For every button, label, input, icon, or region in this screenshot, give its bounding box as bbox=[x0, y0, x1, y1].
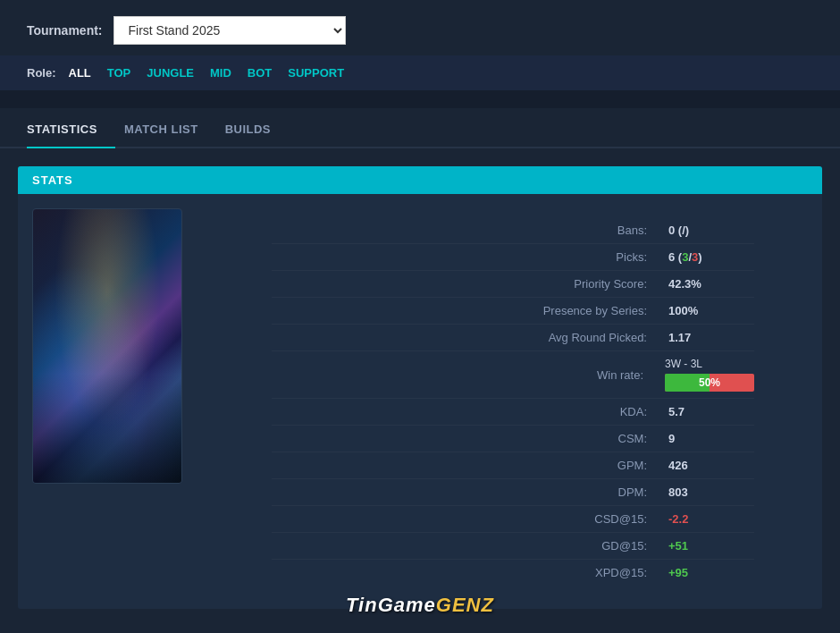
stat-row-bans: Bans: 0 (/) bbox=[272, 217, 754, 244]
stat-row-gd15: GD@15: +51 bbox=[272, 533, 754, 560]
priority-label: Priority Score: bbox=[272, 277, 647, 291]
stats-card: STATS Bans: 0 (/) Picks: 6 (3/3) bbox=[18, 166, 822, 609]
presence-label: Presence by Series: bbox=[272, 304, 647, 317]
winrate-container: 3W - 3L 50% bbox=[643, 358, 754, 392]
tournament-select[interactable]: First Stand 2025 Worlds 2024 LCK 2024 LP… bbox=[113, 16, 346, 45]
stats-table: Bans: 0 (/) Picks: 6 (3/3) Priority Scor… bbox=[200, 208, 808, 595]
top-bar: Tournament: First Stand 2025 Worlds 2024… bbox=[0, 0, 840, 55]
picks-suffix: ) bbox=[698, 250, 701, 264]
tabs-bar: STATISTICS MATCH LIST BUILDS bbox=[0, 108, 840, 148]
stat-row-avg-round: Avg Round Picked: 1.17 bbox=[272, 325, 754, 351]
kda-label: KDA: bbox=[272, 405, 647, 418]
csd15-label: CSD@15: bbox=[272, 512, 647, 526]
presence-value: 100% bbox=[647, 304, 754, 317]
role-support[interactable]: SUPPORT bbox=[288, 64, 344, 81]
priority-value: 42.3% bbox=[647, 277, 754, 291]
tab-match-list[interactable]: MATCH LIST bbox=[124, 110, 216, 148]
champion-image bbox=[32, 208, 182, 484]
role-label: Role: bbox=[27, 66, 56, 80]
tab-statistics[interactable]: STATISTICS bbox=[27, 110, 115, 148]
winrate-record: 3W - 3L bbox=[665, 358, 702, 370]
gpm-label: GPM: bbox=[272, 459, 647, 472]
stat-row-winrate: Win rate: 3W - 3L 50% bbox=[272, 351, 754, 399]
picks-label: Picks: bbox=[272, 250, 647, 264]
winrate-pct: 50% bbox=[699, 376, 720, 389]
picks-prefix: 6 ( bbox=[668, 250, 682, 264]
gd15-label: GD@15: bbox=[272, 539, 647, 553]
winrate-bar: 50% bbox=[665, 374, 754, 392]
csm-label: CSM: bbox=[272, 432, 647, 445]
role-jungle[interactable]: JUNGLE bbox=[147, 64, 194, 81]
gpm-value: 426 bbox=[647, 459, 754, 472]
xpd15-label: XPD@15: bbox=[272, 566, 647, 579]
stat-row-csd15: CSD@15: -2.2 bbox=[272, 506, 754, 533]
role-bar: Role: ALL TOP JUNGLE MID BOT SUPPORT bbox=[0, 55, 840, 90]
stats-body: Bans: 0 (/) Picks: 6 (3/3) Priority Scor… bbox=[18, 194, 822, 609]
winrate-label: Win rate: bbox=[272, 368, 643, 382]
csd15-value: -2.2 bbox=[647, 512, 754, 526]
dpm-label: DPM: bbox=[272, 485, 647, 499]
stat-row-kda: KDA: 5.7 bbox=[272, 399, 754, 426]
bans-value: 0 (/) bbox=[647, 224, 754, 237]
content-area: STATS Bans: 0 (/) Picks: 6 (3/3) bbox=[0, 148, 840, 609]
xpd15-value: +95 bbox=[647, 566, 754, 579]
role-mid[interactable]: MID bbox=[210, 64, 231, 81]
stat-row-dpm: DPM: 803 bbox=[272, 479, 754, 506]
csm-value: 9 bbox=[647, 432, 754, 445]
divider bbox=[0, 90, 840, 108]
tab-builds[interactable]: BUILDS bbox=[225, 110, 289, 148]
bans-label: Bans: bbox=[272, 224, 647, 237]
role-bot[interactable]: BOT bbox=[248, 64, 272, 81]
stat-row-csm: CSM: 9 bbox=[272, 426, 754, 452]
stat-row-xpd15: XPD@15: +95 bbox=[272, 560, 754, 586]
avg-round-value: 1.17 bbox=[647, 331, 754, 344]
avg-round-label: Avg Round Picked: bbox=[272, 331, 647, 344]
tournament-label: Tournament: bbox=[27, 23, 103, 38]
kda-value: 5.7 bbox=[647, 405, 754, 418]
role-top[interactable]: TOP bbox=[107, 64, 131, 81]
picks-value: 6 (3/3) bbox=[647, 250, 754, 264]
stat-row-gpm: GPM: 426 bbox=[272, 452, 754, 479]
role-all[interactable]: ALL bbox=[69, 64, 91, 81]
dpm-value: 803 bbox=[647, 485, 754, 499]
gd15-value: +51 bbox=[647, 539, 754, 553]
stat-row-picks: Picks: 6 (3/3) bbox=[272, 244, 754, 271]
stat-row-priority: Priority Score: 42.3% bbox=[272, 271, 754, 298]
stats-header: STATS bbox=[18, 166, 822, 194]
stat-row-presence: Presence by Series: 100% bbox=[272, 298, 754, 325]
